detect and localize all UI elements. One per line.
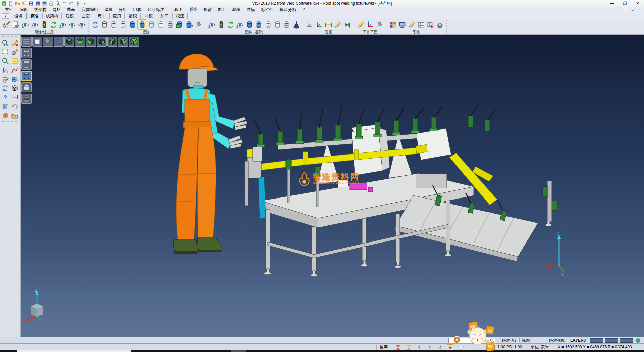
absolute-view-label[interactable]: 绝对视图 xyxy=(549,338,565,343)
ribbon-tab[interactable]: 模流 xyxy=(172,13,188,19)
mdi-restore-button[interactable]: ❐ xyxy=(630,7,636,12)
save-icon[interactable] xyxy=(28,1,34,6)
adv-cylinder-net-icon[interactable] xyxy=(282,20,291,29)
adv-refresh-icon[interactable] xyxy=(226,20,235,29)
cylinder-flat-icon[interactable] xyxy=(156,20,165,29)
menu-item[interactable]: 曲面 xyxy=(64,7,78,13)
adv-traffic-light-icon[interactable] xyxy=(217,20,226,29)
cube-bottom-view-icon[interactable] xyxy=(75,37,85,47)
menu-item[interactable]: 编辑 xyxy=(16,7,31,13)
cube-left-view-icon[interactable] xyxy=(107,37,117,47)
adv-plus-minus-icon[interactable] xyxy=(235,20,245,29)
open-file-icon[interactable] xyxy=(14,1,20,6)
cylinder-export-icon[interactable] xyxy=(184,20,194,29)
minimize-button[interactable]: — xyxy=(606,0,619,7)
menu-item[interactable]: 分析 xyxy=(116,7,130,13)
render-shaded-edges-icon[interactable] xyxy=(21,82,32,92)
workplane-tools-icon[interactable] xyxy=(375,20,384,29)
viewport-menu-icon[interactable] xyxy=(21,37,32,47)
adv-cylinder-striped-icon[interactable] xyxy=(254,20,263,29)
help-icon[interactable]: ? xyxy=(1,93,10,101)
spline-icon[interactable] xyxy=(10,66,19,74)
menu-item[interactable]: 视窗 xyxy=(200,7,215,13)
adv-eye-add-icon[interactable] xyxy=(207,20,216,29)
preview-icon[interactable] xyxy=(55,1,61,6)
mannequin-model[interactable] xyxy=(173,54,247,254)
color-grid-icon[interactable] xyxy=(388,20,397,29)
zoom-extents-icon[interactable] xyxy=(32,37,42,47)
adv-cylinder-check-icon[interactable]: ✓ xyxy=(264,20,273,29)
zoom-window-icon[interactable] xyxy=(1,48,10,56)
snap-lock-label[interactable]: 拴牢 xyxy=(380,344,388,350)
ribbon-tab[interactable]: 标准 xyxy=(26,13,42,19)
cylinder-hidden-icon[interactable] xyxy=(109,20,118,29)
undo-arrow-icon[interactable] xyxy=(10,102,19,111)
table-icon[interactable] xyxy=(417,20,426,29)
cube-back-view-icon[interactable] xyxy=(97,37,107,47)
grid-edit-icon[interactable] xyxy=(407,20,416,29)
filter-traffic-light-icon[interactable] xyxy=(40,20,49,29)
cylinder-dashed-icon[interactable] xyxy=(119,20,128,29)
mdi-minimize-button[interactable]: — xyxy=(623,7,629,12)
render-shaded-icon[interactable] xyxy=(21,71,32,81)
ribbon-tab[interactable]: 编辑 xyxy=(11,13,26,19)
save-as-icon[interactable] xyxy=(35,1,41,6)
ucs-icon[interactable] xyxy=(1,66,10,74)
workplane-csys-icon[interactable] xyxy=(366,20,375,29)
render-wireframe-icon[interactable] xyxy=(21,48,32,58)
menu-item[interactable]: 实体编辑 xyxy=(78,7,101,13)
view-ruler-icon[interactable] xyxy=(324,20,333,29)
eye-plus-icon[interactable] xyxy=(68,20,77,29)
view-csys-icon[interactable] xyxy=(305,20,314,29)
3d-viewport[interactable]: Z Z Y xyxy=(21,35,644,337)
delete-icon[interactable] xyxy=(1,102,10,111)
window-grid-icon[interactable] xyxy=(10,75,19,83)
save-all-icon[interactable] xyxy=(41,1,47,6)
cylinder-shaded-icon[interactable] xyxy=(128,20,137,29)
adv-cylinder-blue-icon[interactable] xyxy=(245,20,254,29)
ribbon-tab[interactable]: 线架构 xyxy=(42,13,62,19)
ribbon-tab[interactable]: 曲面 xyxy=(78,13,93,19)
ribbon-tab[interactable]: 建模 xyxy=(62,13,77,19)
insert-file-icon[interactable] xyxy=(21,1,27,6)
cube-iso-view-icon[interactable] xyxy=(129,37,139,47)
eye-minus-icon[interactable] xyxy=(77,20,86,29)
view-csys-green-icon[interactable] xyxy=(315,20,324,29)
view-arrows-icon[interactable] xyxy=(343,20,352,29)
cube-top-view-icon[interactable] xyxy=(64,37,74,47)
close-button[interactable]: ✕ xyxy=(631,0,644,7)
menu-item[interactable]: 塑模 xyxy=(229,7,244,13)
csys-triad-icon[interactable] xyxy=(54,37,64,47)
cylinder-mesh-icon[interactable] xyxy=(166,20,175,29)
zoom-solid-icon[interactable] xyxy=(1,57,10,65)
ribbon-tab[interactable]: 塑模 xyxy=(125,13,141,19)
grid-close-icon[interactable] xyxy=(426,20,435,29)
ribbon-tab[interactable]: 冲模 xyxy=(141,13,156,19)
menu-item[interactable]: 工程图 xyxy=(167,7,186,13)
menu-item[interactable]: 冲模 xyxy=(244,7,258,13)
render-settings-icon[interactable] xyxy=(194,20,203,29)
open-document-icon[interactable] xyxy=(10,112,19,120)
layers-icon[interactable] xyxy=(435,20,444,29)
menu-item[interactable]: 系统 xyxy=(186,7,200,13)
history-icon[interactable] xyxy=(75,1,81,6)
cylinder-shaded-active-icon[interactable] xyxy=(138,20,147,29)
view-pencil-icon[interactable] xyxy=(333,20,342,29)
redo-icon[interactable] xyxy=(68,1,74,6)
workplane-edit-icon[interactable] xyxy=(356,20,365,29)
eye-remove-icon[interactable] xyxy=(30,20,39,29)
color-swatch[interactable] xyxy=(620,338,633,343)
undo-icon[interactable] xyxy=(61,1,67,6)
regen-icon[interactable] xyxy=(1,84,10,92)
print-icon[interactable] xyxy=(48,1,54,6)
globe-icon[interactable] xyxy=(635,338,640,343)
maximize-button[interactable]: ❐ xyxy=(619,0,631,7)
menu-item[interactable]: 加工 xyxy=(215,7,229,13)
ribbon-tab[interactable]: 加工 xyxy=(157,13,172,19)
menu-item[interactable]: 线架构 xyxy=(31,7,50,13)
zoom-view-icon[interactable] xyxy=(1,39,10,47)
eye-add-icon[interactable] xyxy=(21,20,30,29)
cube-front-view-icon[interactable] xyxy=(86,37,96,47)
sidebar-drag-handle[interactable] xyxy=(2,121,18,123)
taskbar-segment[interactable] xyxy=(231,350,246,352)
